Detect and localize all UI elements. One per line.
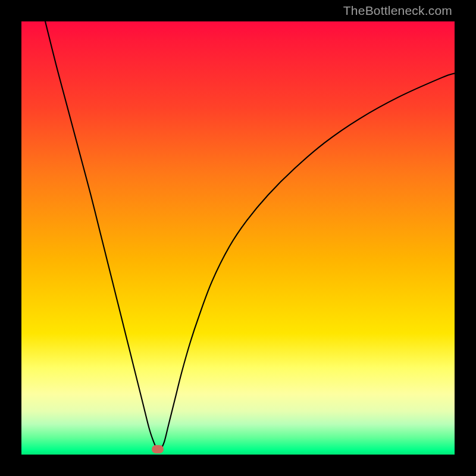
minimum-marker xyxy=(152,445,164,453)
curve-left-branch xyxy=(45,21,157,449)
chart-container: TheBottleneck.com xyxy=(0,0,476,476)
curve-layer xyxy=(21,21,455,455)
curve-right-branch xyxy=(161,73,455,449)
attribution-text: TheBottleneck.com xyxy=(343,4,452,18)
